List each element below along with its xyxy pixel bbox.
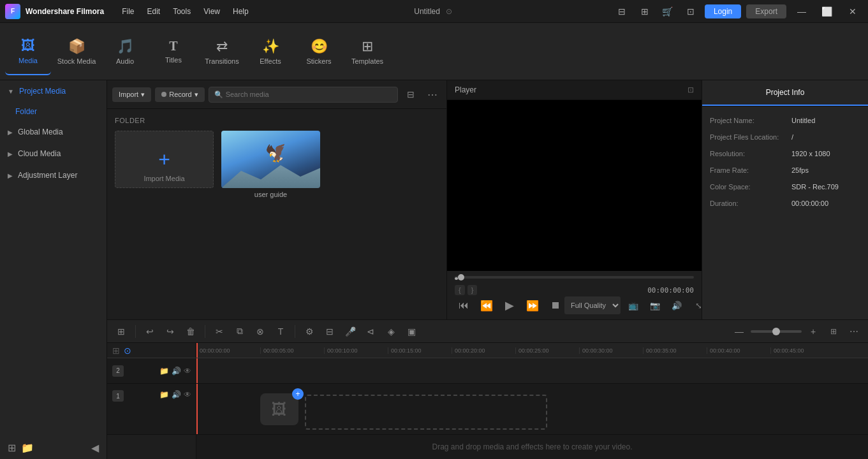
import-media-label: Import Media: [143, 175, 184, 182]
redo-button[interactable]: ↪: [161, 323, 179, 340]
track-eye-icon-2[interactable]: 👁: [184, 367, 191, 375]
add-folder-icon[interactable]: ⊞: [8, 442, 16, 454]
tool-audio[interactable]: 🎵 Audio: [102, 28, 148, 75]
grid-view-button[interactable]: ⊞: [825, 323, 842, 340]
search-icon: 🔍: [214, 91, 223, 99]
tool-media[interactable]: 🖼 Media: [5, 28, 51, 75]
info-value-duration: 00:00:00:00: [791, 200, 828, 207]
delete-button[interactable]: 🗑: [182, 323, 200, 340]
sidebar-item-project-media[interactable]: ▼ Project Media: [0, 80, 107, 102]
track-content-1[interactable]: 🖼 +: [196, 384, 868, 435]
layout-icon[interactable]: ⊡: [682, 3, 700, 20]
link-icon[interactable]: ⊙: [124, 346, 131, 356]
screenshot-button[interactable]: 📷: [646, 296, 664, 314]
tab-project-info[interactable]: Project Info: [702, 80, 868, 106]
player-right-controls: Full Quality 📺 📷 🔊 ⤡: [564, 296, 707, 314]
zoom-slider[interactable]: [751, 330, 802, 333]
track-number-1: 1: [112, 390, 124, 402]
color-button[interactable]: ▣: [402, 323, 420, 340]
tool-titles[interactable]: T Titles: [151, 28, 196, 75]
play-button[interactable]: ▶: [501, 296, 519, 314]
step-forward-button[interactable]: ⏩: [524, 296, 541, 314]
export-button[interactable]: Export: [746, 4, 786, 18]
detach-audio-button[interactable]: ⊗: [251, 323, 269, 340]
import-media-thumb[interactable]: + Import Media: [115, 131, 214, 198]
login-button[interactable]: Login: [705, 4, 741, 18]
sidebar-item-adjustment-layer[interactable]: ▶ Adjustment Layer: [0, 164, 107, 186]
voice-button[interactable]: 🎤: [341, 323, 359, 340]
screen-mode-button[interactable]: 📺: [624, 296, 642, 314]
sidebar-item-cloud-media[interactable]: ▶ Cloud Media: [0, 143, 107, 164]
folder-icon[interactable]: 📁: [21, 442, 34, 454]
collapse-icon[interactable]: ◀: [91, 442, 99, 454]
out-point-marker[interactable]: }: [467, 285, 478, 295]
add-track-small-button[interactable]: ⊞: [112, 346, 120, 356]
progress-bar[interactable]: [455, 276, 694, 279]
menu-tools[interactable]: Tools: [168, 6, 196, 17]
cut-button[interactable]: ✂: [210, 323, 228, 340]
zoom-thumb: [772, 328, 780, 335]
effects-icon: ✨: [262, 38, 279, 55]
text-button[interactable]: T: [272, 323, 290, 340]
search-input[interactable]: [226, 91, 392, 98]
tool-stickers[interactable]: 😊 Stickers: [296, 28, 342, 75]
quality-select[interactable]: Full Quality: [564, 296, 621, 314]
menu-view[interactable]: View: [198, 6, 225, 17]
expand-arrow-global: ▶: [8, 129, 13, 136]
grid-icon[interactable]: ⊞: [636, 3, 654, 20]
transitions-icon: ⇄: [216, 38, 228, 55]
menu-file[interactable]: File: [117, 6, 139, 17]
track-folder-icon-1[interactable]: 📁: [159, 390, 169, 399]
sidebar-item-global-media[interactable]: ▶ Global Media: [0, 121, 107, 143]
sidebar-folder-item[interactable]: Folder: [0, 102, 107, 121]
keyframe-button[interactable]: ◈: [382, 323, 400, 340]
in-point-marker[interactable]: {: [455, 285, 465, 295]
info-value-framerate: 25fps: [791, 166, 809, 174]
timeline-add-track-button[interactable]: ⊞: [112, 323, 130, 340]
tool-effects-label: Effects: [260, 57, 281, 65]
track-folder-icon-2[interactable]: 📁: [159, 367, 169, 375]
tool-templates[interactable]: ⊞ Templates: [344, 28, 390, 75]
expand-arrow-adj: ▶: [8, 172, 13, 179]
info-label-location: Project Files Location:: [710, 133, 786, 141]
tool-stock-media[interactable]: 📦 Stock Media: [54, 28, 99, 75]
step-back-button[interactable]: ⏪: [478, 296, 496, 314]
time-label-8: 00:00:40:00: [707, 347, 770, 354]
search-box: 🔍: [209, 87, 398, 103]
menu-edit[interactable]: Edit: [142, 6, 165, 17]
tool-effects[interactable]: ✨ Effects: [247, 28, 293, 75]
rewind-button[interactable]: ⏮: [455, 296, 473, 314]
maximize-button[interactable]: ⬜: [817, 3, 837, 20]
zoom-out-button[interactable]: —: [730, 323, 748, 340]
import-button[interactable]: Import ▾: [112, 87, 151, 102]
undo-button[interactable]: ↩: [141, 323, 159, 340]
menu-help[interactable]: Help: [228, 6, 254, 17]
copy-button[interactable]: ⧉: [231, 323, 249, 340]
volume-button[interactable]: 🔊: [668, 296, 686, 314]
stickers-icon: 😊: [311, 38, 328, 55]
mark-in-button[interactable]: ⊲: [362, 323, 379, 340]
track-audio-icon-1[interactable]: 🔊: [172, 390, 181, 399]
close-button[interactable]: ✕: [842, 3, 863, 20]
more-timeline-options[interactable]: ⋯: [845, 323, 863, 340]
tool-transitions[interactable]: ⇄ Transitions: [199, 28, 245, 75]
filter-button[interactable]: ⊟: [402, 85, 420, 103]
track-eye-icon-1[interactable]: 👁: [184, 390, 191, 399]
store-icon[interactable]: 🛒: [659, 3, 677, 20]
right-section: Import ▾ Record ▾ 🔍 ⊟ ⋯: [107, 80, 868, 459]
track-audio-icon-2[interactable]: 🔊: [172, 367, 181, 375]
info-label-duration: Duration:: [710, 200, 786, 207]
user-guide-thumb[interactable]: 🦅 user guide: [221, 131, 320, 198]
more-options-button[interactable]: ⋯: [423, 85, 441, 103]
zoom-in-button[interactable]: +: [804, 323, 822, 340]
media-panel: Import ▾ Record ▾ 🔍 ⊟ ⋯: [107, 80, 447, 319]
stop-button[interactable]: ⏹: [547, 296, 564, 314]
player-expand-icon[interactable]: ⊡: [688, 85, 694, 94]
titlebar: F Wondershare Filmora File Edit Tools Vi…: [0, 0, 868, 23]
record-button[interactable]: Record ▾: [155, 87, 204, 102]
snap-button[interactable]: ⊟: [321, 323, 339, 340]
settings-button[interactable]: ⚙: [300, 323, 318, 340]
playback-controls: ⏮ ⏪ ▶ ⏩ ⏹: [455, 296, 564, 314]
minimize-button[interactable]: —: [791, 3, 812, 20]
monitor-icon[interactable]: ⊟: [613, 3, 631, 20]
